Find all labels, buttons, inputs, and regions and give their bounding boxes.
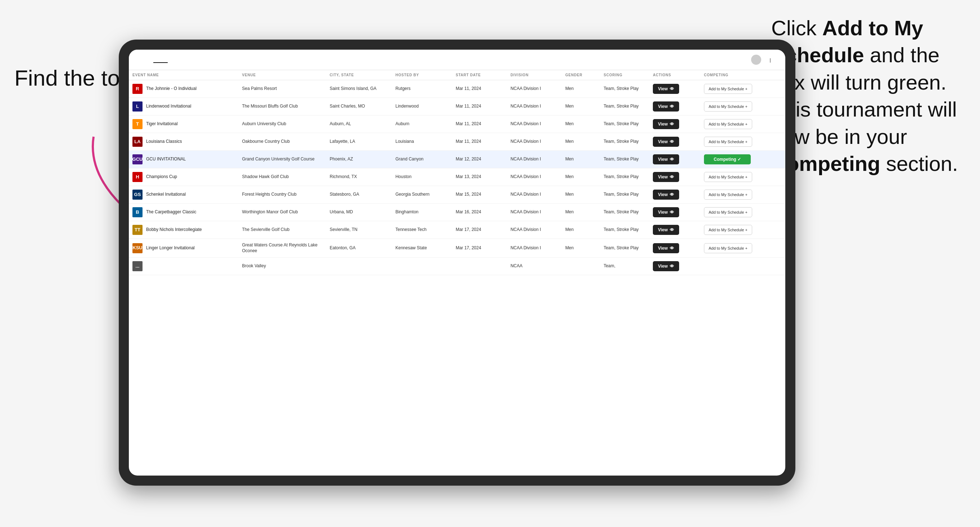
gender-cell: Men [562, 203, 600, 221]
hosted-cell: Rutgers [392, 80, 452, 98]
eye-icon: 👁 [670, 122, 674, 127]
hosted-cell: Kennesaw State [392, 239, 452, 257]
add-to-schedule-button[interactable]: Add to My Schedule + [704, 84, 752, 94]
tab-tournaments[interactable] [153, 57, 168, 63]
add-to-schedule-button[interactable]: Add to My Schedule + [704, 190, 752, 200]
header-divider: | [770, 57, 771, 63]
division-cell: NCAA Division I [507, 133, 562, 151]
add-to-schedule-button[interactable]: Add to My Schedule + [704, 102, 752, 111]
tab-teams[interactable] [168, 57, 182, 63]
table-row: T Tiger Invitational Auburn University C… [129, 116, 785, 133]
hosted-cell: Lindenwood [392, 98, 452, 116]
action-cell: View 👁 [649, 133, 700, 151]
view-button[interactable]: View 👁 [653, 243, 679, 253]
division-cell: NCAA Division I [507, 151, 562, 168]
competing-cell: Add to My Schedule + [700, 98, 785, 116]
division-cell: NCAA Division I [507, 168, 562, 186]
event-name-cell: GS Schenkel Invitational [129, 186, 238, 203]
gender-cell: Men [562, 186, 600, 203]
tournaments-table: EVENT NAME VENUE CITY, STATE HOSTED BY S… [129, 70, 785, 275]
view-button[interactable]: View 👁 [653, 207, 679, 217]
col-header-city: CITY, STATE [326, 70, 392, 80]
competing-cell: Add to My Schedule + [700, 168, 785, 186]
hosted-cell: Binghamton [392, 203, 452, 221]
city-cell: Auburn, AL [326, 116, 392, 133]
division-cell: NCAA Division I [507, 221, 562, 239]
event-name-cell: T Tiger Invitational [129, 116, 238, 133]
table-row: ... Brook ValleyNCAATeam,View 👁 [129, 257, 785, 275]
add-to-schedule-button[interactable]: Add to My Schedule + [704, 137, 752, 147]
scoring-cell: Team, Stroke Play [600, 203, 649, 221]
add-to-schedule-button[interactable]: Add to My Schedule + [704, 207, 752, 217]
action-cell: View 👁 [649, 203, 700, 221]
view-button[interactable]: View 👁 [653, 84, 679, 94]
add-to-schedule-button[interactable]: Add to My Schedule + [704, 225, 752, 235]
gender-cell: Men [562, 116, 600, 133]
eye-icon: 👁 [670, 192, 674, 197]
view-button[interactable]: View 👁 [653, 154, 679, 164]
view-button[interactable]: View 👁 [653, 102, 679, 111]
view-button[interactable]: View 👁 [653, 190, 679, 200]
team-logo: L [132, 102, 143, 111]
add-to-schedule-button[interactable]: Add to My Schedule + [704, 243, 752, 253]
eye-icon: 👁 [670, 104, 674, 109]
event-name: Lindenwood Invitational [146, 103, 191, 110]
col-header-division: DIVISION [507, 70, 562, 80]
competing-button[interactable]: Competing ✓ [704, 154, 751, 164]
col-header-gender: GENDER [562, 70, 600, 80]
competing-cell: Competing ✓ [700, 151, 785, 168]
action-cell: View 👁 [649, 116, 700, 133]
city-cell: Eatonton, GA [326, 239, 392, 257]
venue-cell: Great Waters Course At Reynolds Lake Oco… [238, 239, 326, 257]
date-cell: Mar 12, 2024 [452, 151, 507, 168]
col-header-actions: ACTIONS [649, 70, 700, 80]
event-name: The Johnnie - O Individual [146, 86, 197, 92]
venue-cell: The Sevierville Golf Club [238, 221, 326, 239]
table-row: H Champions Cup Shadow Hawk Golf ClubRic… [129, 168, 785, 186]
competing-cell [700, 257, 785, 275]
eye-icon: 👁 [670, 175, 674, 179]
division-cell: NCAA Division I [507, 80, 562, 98]
action-cell: View 👁 [649, 221, 700, 239]
user-avatar [751, 55, 761, 65]
event-name: Champions Cup [146, 174, 177, 180]
division-cell: NCAA Division I [507, 239, 562, 257]
view-button[interactable]: View 👁 [653, 119, 679, 129]
scoring-cell: Team, Stroke Play [600, 116, 649, 133]
division-cell: NCAA Division I [507, 186, 562, 203]
add-to-schedule-button[interactable]: Add to My Schedule + [704, 172, 752, 182]
event-name-cell: GCU GCU INVITATIONAL [129, 151, 238, 168]
table-row: GCU GCU INVITATIONAL Grand Canyon Univer… [129, 151, 785, 168]
view-button[interactable]: View 👁 [653, 137, 679, 147]
event-name: GCU INVITATIONAL [146, 157, 186, 162]
hosted-cell: Tennessee Tech [392, 221, 452, 239]
venue-cell: Shadow Hawk Golf Club [238, 168, 326, 186]
competing-cell: Add to My Schedule + [700, 133, 785, 151]
date-cell: Mar 17, 2024 [452, 221, 507, 239]
date-cell [452, 257, 507, 275]
tablet-screen: | EVENT NAME VENUE CITY, STATE HOSTED BY… [129, 50, 785, 476]
event-name: Louisiana Classics [146, 139, 182, 144]
competing-cell: Add to My Schedule + [700, 116, 785, 133]
add-to-schedule-button[interactable]: Add to My Schedule + [704, 119, 752, 129]
right-annotation: Click Add to My Schedule and the box wil… [771, 14, 958, 177]
view-button[interactable]: View 👁 [653, 225, 679, 235]
date-cell: Mar 11, 2024 [452, 80, 507, 98]
date-cell: Mar 17, 2024 [452, 239, 507, 257]
eye-icon: 👁 [670, 264, 674, 269]
table-row: TT Bobby Nichols Intercollegiate The Sev… [129, 221, 785, 239]
view-button[interactable]: View 👁 [653, 172, 679, 182]
hosted-cell: Houston [392, 168, 452, 186]
event-name: Bobby Nichols Intercollegiate [146, 227, 202, 233]
table-row: R The Johnnie - O Individual Sea Palms R… [129, 80, 785, 98]
header-right: | [751, 55, 775, 65]
event-name-cell: L Lindenwood Invitational [129, 98, 238, 116]
col-header-competing: COMPETING [700, 70, 785, 80]
team-logo: LA [132, 137, 143, 147]
venue-cell: Auburn University Club [238, 116, 326, 133]
view-button[interactable]: View 👁 [653, 261, 679, 271]
competing-cell: Add to My Schedule + [700, 221, 785, 239]
division-cell: NCAA Division I [507, 98, 562, 116]
table-row: L Lindenwood Invitational The Missouri B… [129, 98, 785, 116]
event-name: Linger Longer Invitational [146, 245, 195, 251]
